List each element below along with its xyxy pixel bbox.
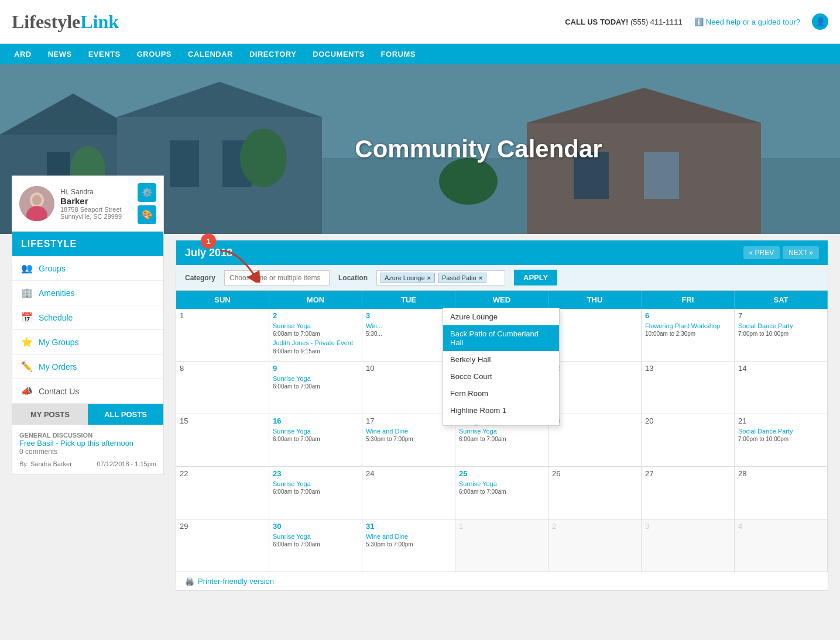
- location-label: Location: [338, 274, 368, 282]
- calendar-event[interactable]: Judith Jones - Private Event 8:00am to 9…: [273, 339, 358, 355]
- calendar-event[interactable]: Sunrise Yoga 6:00am to 7:00am: [459, 480, 544, 496]
- calendar-event[interactable]: Win... 5:30...: [366, 322, 451, 338]
- filter-bar: Category Location Azure Lounge × Pastel …: [176, 265, 828, 291]
- cal-cell-jul16: 16 Sunrise Yoga 6:00am to 7:00am: [269, 414, 362, 467]
- calendar-event[interactable]: Sunrise Yoga 6:00am to 7:00am: [273, 322, 358, 338]
- day-num[interactable]: 2: [273, 311, 358, 320]
- day-num: 29: [180, 522, 265, 531]
- calendar-event[interactable]: Wine and Dine 5:30pm to 7:00pm: [366, 532, 451, 548]
- logo[interactable]: Lifestyle Link: [12, 11, 119, 33]
- dropdown-item-azure[interactable]: Azure Lounge: [443, 308, 559, 325]
- cal-cell-jul7: 7 Social Dance Party 7:00pm to 10:00pm: [735, 309, 828, 362]
- day-num[interactable]: 6: [645, 311, 731, 320]
- nav-forums[interactable]: FORUMS: [373, 44, 424, 64]
- calendar-event[interactable]: Wine and Dine 5:30pm to 7:00pm: [366, 427, 451, 443]
- sidebar-item-schedule[interactable]: 📅 Schedule: [12, 305, 163, 330]
- calendar-event[interactable]: Sunrise Yoga 6:00am to 7:00am: [459, 427, 544, 443]
- cal-cell-jul25: 25 Sunrise Yoga 6:00am to 7:00am: [455, 467, 548, 519]
- day-num: 14: [738, 364, 824, 373]
- cal-cell-jul30: 30 Sunrise Yoga 6:00am to 7:00am: [269, 519, 362, 572]
- day-mon: MON: [269, 291, 362, 309]
- day-num[interactable]: 25: [459, 469, 544, 478]
- day-num[interactable]: 9: [273, 364, 358, 373]
- palette-button[interactable]: 🎨: [138, 205, 156, 224]
- day-num: 10: [366, 364, 451, 373]
- remove-azure-lounge[interactable]: ×: [427, 274, 431, 281]
- calendar-event[interactable]: Social Dance Party 7:00pm to 10:00pm: [738, 322, 824, 338]
- day-num: 26: [552, 469, 637, 478]
- cal-cell-aug2: 2: [548, 519, 642, 572]
- sidebar-item-my-orders[interactable]: ✏️ My Orders: [12, 355, 163, 379]
- location-dropdown[interactable]: Azure Lounge Back Patio of Cumberland Ha…: [443, 308, 560, 426]
- profile-icon-group: ⚙️ 🎨: [138, 183, 156, 224]
- dropdown-scroll[interactable]: Azure Lounge Back Patio of Cumberland Ha…: [443, 308, 559, 425]
- amenities-icon: 🏢: [21, 287, 33, 298]
- day-num: 13: [645, 364, 731, 373]
- dropdown-item-fern[interactable]: Fern Room: [443, 385, 559, 402]
- post-date: 07/12/2018 - 1:15pm: [97, 460, 156, 467]
- calendar-event[interactable]: Social Dance Party 7:00pm to 10:00pm: [738, 427, 824, 443]
- day-thu: THU: [548, 291, 642, 309]
- tab-my-posts[interactable]: MY POSTS: [12, 404, 88, 425]
- post-title[interactable]: Free Basil - Pick up this afternoon: [19, 439, 156, 448]
- day-num: 5: [552, 311, 637, 320]
- tab-all-posts[interactable]: ALL POSTS: [88, 404, 163, 425]
- nav-directory[interactable]: DIRECTORY: [241, 44, 304, 64]
- calendar-event[interactable]: Flowering Plant Workshop 10:00am to 2:30…: [645, 322, 731, 338]
- calendar-event[interactable]: Sunrise Yoga 6:00am to 7:00am: [273, 374, 358, 390]
- day-num: 3: [645, 522, 731, 531]
- remove-pastel-patio[interactable]: ×: [479, 274, 482, 281]
- day-num: 22: [180, 469, 265, 478]
- settings-button[interactable]: ⚙️: [138, 183, 156, 202]
- apply-button[interactable]: APPLY: [514, 270, 557, 285]
- day-sat: SAT: [735, 291, 828, 309]
- sidebar-item-amenities[interactable]: 🏢 Amenities: [12, 281, 163, 305]
- dropdown-item-highline[interactable]: Highline Room 1: [443, 402, 559, 419]
- calendar-event[interactable]: Sunrise Yoga 6:00am to 7:00am: [273, 427, 358, 443]
- cal-cell-jul1: 1: [176, 309, 269, 362]
- calendar-header: July 2018 « PREV NEXT »: [176, 240, 828, 265]
- cal-cell-jul17: 17 Wine and Dine 5:30pm to 7:00pm: [362, 414, 455, 467]
- cal-cell-jul14: 14: [735, 362, 828, 414]
- day-num[interactable]: 30: [273, 522, 358, 531]
- contact-icon: 📣: [21, 386, 33, 397]
- nav-events[interactable]: EVENTS: [80, 44, 129, 64]
- cal-cell-jul3: 3 Win... 5:30...: [362, 309, 455, 362]
- next-button[interactable]: NEXT »: [783, 246, 819, 259]
- lifestyle-menu: LIFESTYLE 👥 Groups 🏢 Amenities 📅 Schedul…: [12, 232, 164, 404]
- location-tags[interactable]: Azure Lounge × Pastel Patio ×: [376, 270, 505, 285]
- prev-button[interactable]: « PREV: [743, 246, 780, 259]
- day-num: 1: [180, 311, 265, 320]
- guided-tour-link[interactable]: ℹ️ Need help or a guided tour?: [694, 18, 800, 26]
- day-num[interactable]: 3: [366, 311, 451, 320]
- sidebar-item-groups[interactable]: 👥 Groups: [12, 256, 163, 281]
- dropdown-item-indoor-pool[interactable]: Indoor Pool: [443, 419, 559, 425]
- printer-link[interactable]: 🖨️ Printer-friendly version: [176, 572, 828, 590]
- profile-card: Hi, Sandra Barker 18758 Seaport Street S…: [12, 176, 164, 232]
- groups-icon: 👥: [21, 263, 33, 274]
- nav-news[interactable]: NEWS: [40, 44, 80, 64]
- cal-cell-jul10: 10: [362, 362, 455, 414]
- main-nav: ARD NEWS EVENTS GROUPS CALENDAR DIRECTOR…: [0, 44, 840, 64]
- tooltip-arrow: [204, 247, 263, 283]
- calendar-event[interactable]: Sunrise Yoga 6:00am to 7:00am: [273, 480, 358, 496]
- day-num[interactable]: 23: [273, 469, 358, 478]
- dropdown-item-bocce[interactable]: Bocce Court: [443, 368, 559, 385]
- logo-link: Link: [80, 11, 119, 33]
- nav-ard[interactable]: ARD: [6, 44, 40, 64]
- nav-calendar[interactable]: CALENDAR: [180, 44, 241, 64]
- calendar-event[interactable]: Sunrise Yoga 6:00am to 7:00am: [273, 532, 358, 548]
- dropdown-item-berkely[interactable]: Berkely Hall: [443, 351, 559, 368]
- user-menu-button[interactable]: 👤: [812, 13, 828, 30]
- cal-cell-jul29: 29: [176, 519, 269, 572]
- cal-cell-jul20: 20: [642, 414, 735, 467]
- day-num: 19: [552, 417, 637, 425]
- day-num[interactable]: 31: [366, 522, 451, 531]
- dropdown-item-back-patio[interactable]: Back Patio of Cumberland Hall: [443, 325, 559, 351]
- cal-cell-aug4: 4: [735, 519, 828, 572]
- sidebar-item-my-groups[interactable]: ⭐ My Groups: [12, 330, 163, 355]
- nav-documents[interactable]: DOCUMENTS: [304, 44, 372, 64]
- day-num[interactable]: 16: [273, 417, 358, 425]
- sidebar-item-contact[interactable]: 📣 Contact Us: [12, 379, 163, 404]
- nav-groups[interactable]: GROUPS: [129, 44, 180, 64]
